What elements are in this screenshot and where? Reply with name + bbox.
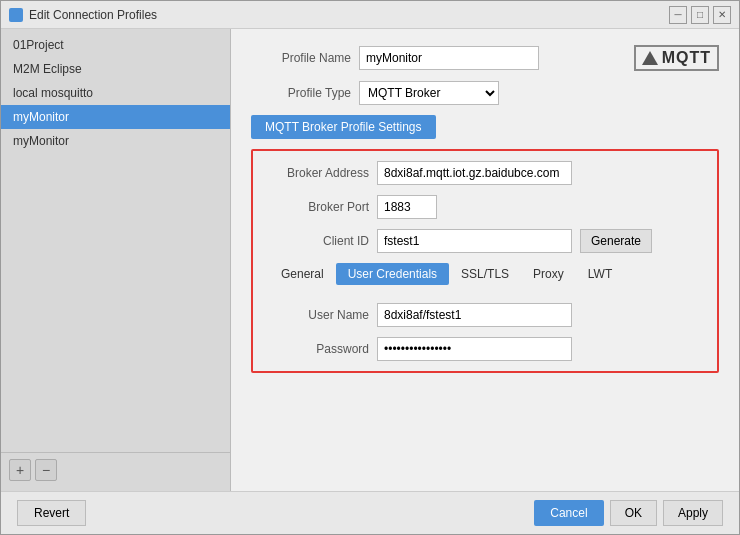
client-id-input[interactable] <box>377 229 572 253</box>
tabs-row: General User Credentials SSL/TLS Proxy L… <box>269 263 701 285</box>
profile-type-label: Profile Type <box>251 86 351 100</box>
profile-name-form-row: Profile Name <box>251 46 606 70</box>
mqtt-settings-row: MQTT Broker Profile Settings <box>251 115 719 139</box>
broker-address-row: Broker Address <box>269 161 701 185</box>
broker-address-label: Broker Address <box>269 166 369 180</box>
title-bar: Edit Connection Profiles ─ □ ✕ <box>1 1 739 29</box>
cancel-button[interactable]: Cancel <box>534 500 603 526</box>
client-id-label: Client ID <box>269 234 369 248</box>
profile-type-select[interactable]: MQTT Broker <box>359 81 499 105</box>
ok-button[interactable]: OK <box>610 500 657 526</box>
window-icon <box>9 8 23 22</box>
mqtt-logo-badge: MQTT <box>634 45 719 71</box>
right-buttons: Cancel OK Apply <box>534 500 723 526</box>
generate-button[interactable]: Generate <box>580 229 652 253</box>
tab-lwt[interactable]: LWT <box>576 263 624 285</box>
user-name-row: User Name <box>269 303 701 327</box>
mqtt-logo-text: MQTT <box>662 49 711 67</box>
sidebar-item-01project[interactable]: 01Project <box>1 33 230 57</box>
sidebar: 01Project M2M Eclipse local mosquitto my… <box>1 29 231 491</box>
profile-name-row: Profile Name MQTT <box>251 45 719 71</box>
bottom-bar: Revert Cancel OK Apply <box>1 491 739 534</box>
sidebar-item-m2m-eclipse[interactable]: M2M Eclipse <box>1 57 230 81</box>
user-name-label: User Name <box>269 308 369 322</box>
broker-port-row: Broker Port <box>269 195 701 219</box>
profile-name-input[interactable] <box>359 46 539 70</box>
maximize-button[interactable]: □ <box>691 6 709 24</box>
broker-port-label: Broker Port <box>269 200 369 214</box>
password-row: Password <box>269 337 701 361</box>
add-profile-button[interactable]: + <box>9 459 31 481</box>
mqtt-triangle-icon <box>642 51 658 65</box>
main-content: Profile Name MQTT Profile Type MQTT Brok… <box>231 29 739 491</box>
tab-ssl-tls[interactable]: SSL/TLS <box>449 263 521 285</box>
profile-name-label: Profile Name <box>251 51 351 65</box>
revert-button[interactable]: Revert <box>17 500 86 526</box>
sidebar-item-mymonitor-1[interactable]: myMonitor <box>1 105 230 129</box>
password-input[interactable] <box>377 337 572 361</box>
window-controls: ─ □ ✕ <box>669 6 731 24</box>
client-id-row: Client ID Generate <box>269 229 701 253</box>
password-label: Password <box>269 342 369 356</box>
sidebar-footer: + − <box>1 452 230 487</box>
window-title: Edit Connection Profiles <box>29 8 663 22</box>
close-button[interactable]: ✕ <box>713 6 731 24</box>
edit-connection-profiles-window: Edit Connection Profiles ─ □ ✕ 01Project… <box>0 0 740 535</box>
mqtt-settings-box: Broker Address Broker Port Client ID Gen… <box>251 149 719 373</box>
sidebar-item-mymonitor-2[interactable]: myMonitor <box>1 129 230 153</box>
mqtt-logo: MQTT <box>634 45 719 71</box>
broker-port-input[interactable] <box>377 195 437 219</box>
user-credentials-section: User Name Password <box>269 299 701 361</box>
apply-button[interactable]: Apply <box>663 500 723 526</box>
profile-type-row: Profile Type MQTT Broker <box>251 81 719 105</box>
mqtt-broker-profile-settings-button[interactable]: MQTT Broker Profile Settings <box>251 115 436 139</box>
tab-general[interactable]: General <box>269 263 336 285</box>
window-body: 01Project M2M Eclipse local mosquitto my… <box>1 29 739 491</box>
sidebar-item-local-mosquitto[interactable]: local mosquitto <box>1 81 230 105</box>
tab-proxy[interactable]: Proxy <box>521 263 576 285</box>
tab-user-credentials[interactable]: User Credentials <box>336 263 449 285</box>
user-name-input[interactable] <box>377 303 572 327</box>
remove-profile-button[interactable]: − <box>35 459 57 481</box>
broker-address-input[interactable] <box>377 161 572 185</box>
minimize-button[interactable]: ─ <box>669 6 687 24</box>
